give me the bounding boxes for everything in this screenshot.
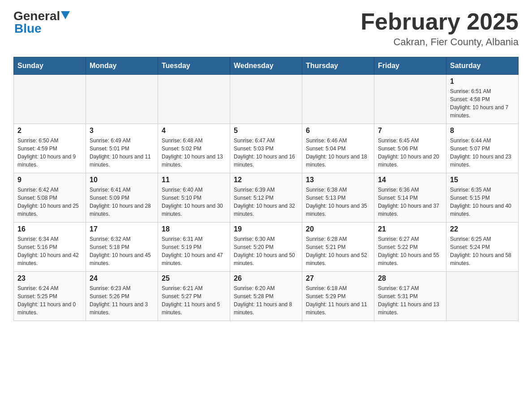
calendar-table: SundayMondayTuesdayWednesdayThursdayFrid… — [13, 57, 519, 321]
day-number: 28 — [378, 274, 442, 283]
calendar-cell: 7Sunrise: 6:45 AMSunset: 5:06 PMDaylight… — [374, 124, 446, 173]
location-subtitle: Cakran, Fier County, Albania — [360, 36, 519, 48]
calendar-cell: 13Sunrise: 6:38 AMSunset: 5:13 PMDayligh… — [302, 173, 374, 223]
calendar-cell: 8Sunrise: 6:44 AMSunset: 5:07 PMDaylight… — [446, 124, 519, 173]
day-info: Sunrise: 6:24 AMSunset: 5:25 PMDaylight:… — [17, 284, 82, 317]
day-info: Sunrise: 6:45 AMSunset: 5:06 PMDaylight:… — [378, 137, 442, 169]
month-title: February 2025 — [360, 9, 519, 34]
calendar-cell: 15Sunrise: 6:35 AMSunset: 5:15 PMDayligh… — [446, 173, 519, 223]
page-header: General Blue February 2025 Cakran, Fier … — [13, 9, 519, 48]
day-info: Sunrise: 6:18 AMSunset: 5:29 PMDaylight:… — [306, 284, 370, 317]
day-number: 27 — [306, 274, 370, 283]
calendar-cell — [14, 75, 86, 124]
weekday-header-tuesday: Tuesday — [158, 57, 230, 75]
day-info: Sunrise: 6:17 AMSunset: 5:31 PMDaylight:… — [378, 284, 442, 317]
weekday-header-wednesday: Wednesday — [230, 57, 302, 75]
day-info: Sunrise: 6:25 AMSunset: 5:24 PMDaylight:… — [450, 235, 515, 267]
day-number: 1 — [450, 77, 515, 86]
day-number: 14 — [378, 176, 442, 184]
day-info: Sunrise: 6:41 AMSunset: 5:09 PMDaylight:… — [90, 186, 154, 218]
logo-triangle-icon — [61, 11, 70, 19]
calendar-week-row: 16Sunrise: 6:34 AMSunset: 5:16 PMDayligh… — [14, 223, 519, 272]
day-info: Sunrise: 6:51 AMSunset: 4:58 PMDaylight:… — [450, 87, 515, 120]
calendar-cell: 27Sunrise: 6:18 AMSunset: 5:29 PMDayligh… — [302, 272, 374, 321]
calendar-cell: 26Sunrise: 6:20 AMSunset: 5:28 PMDayligh… — [230, 272, 302, 321]
calendar-week-row: 1Sunrise: 6:51 AMSunset: 4:58 PMDaylight… — [14, 75, 519, 124]
weekday-header-friday: Friday — [374, 57, 446, 75]
calendar-cell: 23Sunrise: 6:24 AMSunset: 5:25 PMDayligh… — [14, 272, 86, 321]
day-info: Sunrise: 6:46 AMSunset: 5:04 PMDaylight:… — [306, 137, 370, 169]
calendar-cell: 12Sunrise: 6:39 AMSunset: 5:12 PMDayligh… — [230, 173, 302, 223]
day-info: Sunrise: 6:44 AMSunset: 5:07 PMDaylight:… — [450, 137, 515, 169]
day-number: 15 — [450, 176, 515, 184]
weekday-header-thursday: Thursday — [302, 57, 374, 75]
day-info: Sunrise: 6:49 AMSunset: 5:01 PMDaylight:… — [90, 137, 154, 169]
day-number: 4 — [162, 127, 226, 135]
calendar-body: 1Sunrise: 6:51 AMSunset: 4:58 PMDaylight… — [14, 75, 519, 321]
logo-blue-text: Blue — [14, 21, 71, 36]
calendar-week-row: 23Sunrise: 6:24 AMSunset: 5:25 PMDayligh… — [14, 272, 519, 321]
day-info: Sunrise: 6:23 AMSunset: 5:26 PMDaylight:… — [90, 284, 154, 317]
day-info: Sunrise: 6:36 AMSunset: 5:14 PMDaylight:… — [378, 186, 442, 218]
calendar-cell: 28Sunrise: 6:17 AMSunset: 5:31 PMDayligh… — [374, 272, 446, 321]
day-info: Sunrise: 6:30 AMSunset: 5:20 PMDaylight:… — [234, 235, 298, 267]
calendar-cell: 19Sunrise: 6:30 AMSunset: 5:20 PMDayligh… — [230, 223, 302, 272]
calendar-cell: 18Sunrise: 6:31 AMSunset: 5:19 PMDayligh… — [158, 223, 230, 272]
day-number: 18 — [162, 225, 226, 233]
day-number: 21 — [378, 225, 442, 233]
day-number: 25 — [162, 274, 226, 283]
day-number: 7 — [378, 127, 442, 135]
day-number: 2 — [17, 127, 82, 135]
calendar-cell — [446, 272, 519, 321]
weekday-header-row: SundayMondayTuesdayWednesdayThursdayFrid… — [14, 57, 519, 75]
calendar-cell: 25Sunrise: 6:21 AMSunset: 5:27 PMDayligh… — [158, 272, 230, 321]
day-info: Sunrise: 6:34 AMSunset: 5:16 PMDaylight:… — [17, 235, 82, 267]
day-number: 24 — [90, 274, 154, 283]
day-number: 10 — [90, 176, 154, 184]
calendar-cell: 4Sunrise: 6:48 AMSunset: 5:02 PMDaylight… — [158, 124, 230, 173]
weekday-header-saturday: Saturday — [446, 57, 519, 75]
calendar-cell: 9Sunrise: 6:42 AMSunset: 5:08 PMDaylight… — [14, 173, 86, 223]
calendar-cell — [374, 75, 446, 124]
day-number: 26 — [234, 274, 298, 283]
calendar-cell: 22Sunrise: 6:25 AMSunset: 5:24 PMDayligh… — [446, 223, 519, 272]
day-number: 19 — [234, 225, 298, 233]
day-number: 5 — [234, 127, 298, 135]
day-info: Sunrise: 6:47 AMSunset: 5:03 PMDaylight:… — [234, 137, 298, 169]
day-info: Sunrise: 6:42 AMSunset: 5:08 PMDaylight:… — [17, 186, 82, 218]
day-number: 23 — [17, 274, 82, 283]
day-number: 20 — [306, 225, 370, 233]
day-info: Sunrise: 6:27 AMSunset: 5:22 PMDaylight:… — [378, 235, 442, 267]
day-number: 11 — [162, 176, 226, 184]
day-info: Sunrise: 6:48 AMSunset: 5:02 PMDaylight:… — [162, 137, 226, 169]
day-info: Sunrise: 6:20 AMSunset: 5:28 PMDaylight:… — [234, 284, 298, 317]
day-info: Sunrise: 6:21 AMSunset: 5:27 PMDaylight:… — [162, 284, 226, 317]
day-info: Sunrise: 6:39 AMSunset: 5:12 PMDaylight:… — [234, 186, 298, 218]
title-section: February 2025 Cakran, Fier County, Alban… — [360, 9, 519, 48]
day-number: 9 — [17, 176, 82, 184]
day-info: Sunrise: 6:32 AMSunset: 5:18 PMDaylight:… — [90, 235, 154, 267]
day-number: 6 — [306, 127, 370, 135]
day-number: 22 — [450, 225, 515, 233]
calendar-cell: 20Sunrise: 6:28 AMSunset: 5:21 PMDayligh… — [302, 223, 374, 272]
day-number: 8 — [450, 127, 515, 135]
day-number: 17 — [90, 225, 154, 233]
calendar-cell: 16Sunrise: 6:34 AMSunset: 5:16 PMDayligh… — [14, 223, 86, 272]
day-number: 13 — [306, 176, 370, 184]
weekday-header-sunday: Sunday — [14, 57, 86, 75]
day-info: Sunrise: 6:31 AMSunset: 5:19 PMDaylight:… — [162, 235, 226, 267]
calendar-cell: 14Sunrise: 6:36 AMSunset: 5:14 PMDayligh… — [374, 173, 446, 223]
calendar-cell — [158, 75, 230, 124]
day-info: Sunrise: 6:35 AMSunset: 5:15 PMDaylight:… — [450, 186, 515, 218]
calendar-cell — [86, 75, 158, 124]
day-info: Sunrise: 6:40 AMSunset: 5:10 PMDaylight:… — [162, 186, 226, 218]
calendar-cell — [302, 75, 374, 124]
logo: General Blue — [13, 9, 71, 36]
calendar-cell: 3Sunrise: 6:49 AMSunset: 5:01 PMDaylight… — [86, 124, 158, 173]
day-info: Sunrise: 6:50 AMSunset: 4:59 PMDaylight:… — [17, 137, 82, 169]
calendar-cell: 2Sunrise: 6:50 AMSunset: 4:59 PMDaylight… — [14, 124, 86, 173]
calendar-week-row: 9Sunrise: 6:42 AMSunset: 5:08 PMDaylight… — [14, 173, 519, 223]
calendar-header: SundayMondayTuesdayWednesdayThursdayFrid… — [14, 57, 519, 75]
calendar-cell: 17Sunrise: 6:32 AMSunset: 5:18 PMDayligh… — [86, 223, 158, 272]
calendar-cell — [230, 75, 302, 124]
